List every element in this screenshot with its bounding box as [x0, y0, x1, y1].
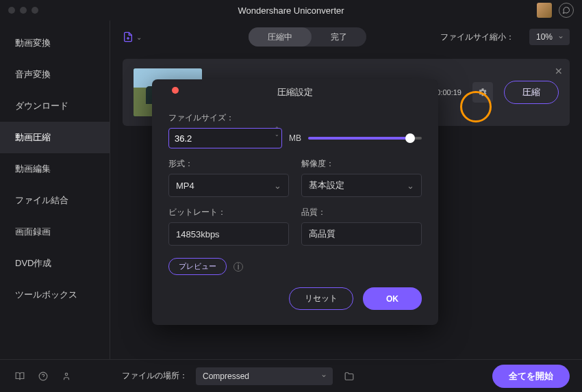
folder-icon[interactable] [344, 371, 355, 381]
sidebar-item-label: DVD作成 [15, 258, 51, 268]
feedback-icon[interactable] [559, 3, 574, 18]
resolution-select[interactable]: 基本設定 [301, 174, 422, 197]
info-icon[interactable]: i [233, 262, 243, 272]
sidebar-item-label: ダウンロード [15, 101, 68, 111]
sidebar-item-label: 動画圧縮 [15, 132, 51, 142]
sidebar-item-dvd[interactable]: DVD作成 [0, 248, 110, 279]
sidebar-item-file-merge[interactable]: ファイル結合 [0, 185, 110, 216]
location-select[interactable]: Compressed [196, 367, 333, 385]
sidebar-item-video-compress[interactable]: 動画圧縮 [0, 122, 110, 153]
shrink-label: ファイルサイ縮小： [440, 31, 514, 43]
titlebar: Wondershare Uniconverter [0, 0, 582, 21]
add-file-button[interactable]: ⌄ [123, 31, 142, 43]
svg-point-1 [65, 373, 68, 376]
sidebar: 動画変換 音声変換 ダウンロード 動画圧縮 動画編集 ファイル結合 画面録画 D… [0, 21, 110, 392]
status-tabs: 圧縮中 完了 [249, 27, 366, 47]
filesize-label: ファイルサイズ： [168, 112, 422, 124]
quality-field: 高品質 [301, 222, 422, 246]
sidebar-item-toolbox[interactable]: ツールボックス [0, 279, 110, 311]
ok-button[interactable]: OK [363, 287, 422, 310]
slider-thumb[interactable] [405, 133, 415, 143]
sidebar-item-screen-record[interactable]: 画面録画 [0, 216, 110, 248]
sidebar-item-label: 画面録画 [15, 226, 51, 237]
sidebar-item-label: ツールボックス [15, 289, 77, 300]
sidebar-item-label: 音声変換 [15, 69, 51, 79]
sidebar-item-label: 動画変換 [15, 38, 51, 48]
compress-button[interactable]: 圧縮 [504, 81, 559, 104]
zoom-dot[interactable] [31, 7, 38, 14]
tab-compressing[interactable]: 圧縮中 [249, 27, 312, 47]
close-dot[interactable] [8, 7, 15, 14]
sidebar-item-video-convert[interactable]: 動画変換 [0, 27, 110, 59]
resolution-label: 解像度： [301, 158, 422, 170]
sidebar-item-label: 動画編集 [15, 164, 51, 174]
sidebar-item-video-edit[interactable]: 動画編集 [0, 153, 110, 185]
location-label: ファイルの場所： [122, 370, 188, 382]
format-select[interactable]: MP4 [168, 174, 289, 197]
reset-button[interactable]: リセット [289, 287, 353, 310]
quality-label: 品質： [301, 207, 422, 218]
bitrate-label: ビットレート： [168, 207, 289, 218]
chevron-down-icon: ⌄ [136, 34, 142, 41]
help-icon[interactable] [38, 371, 48, 381]
sidebar-item-download[interactable]: ダウンロード [0, 90, 110, 122]
filesize-unit: MB [289, 133, 301, 143]
settings-button[interactable] [472, 82, 493, 103]
modal-close-dot[interactable] [172, 87, 179, 94]
bitrate-field: 14853kbps [168, 222, 289, 246]
account-icon[interactable] [62, 371, 71, 381]
window-controls[interactable] [8, 7, 38, 14]
sidebar-item-label: ファイル結合 [15, 195, 68, 205]
modal-title: 圧縮設定 [168, 79, 422, 103]
filesize-slider[interactable] [308, 137, 422, 140]
app-title: Wondershare Uniconverter [0, 5, 582, 16]
footer: ファイルの場所： Compressed 全てを開始 [110, 359, 582, 392]
preview-button[interactable]: プレビュー [168, 258, 227, 275]
shrink-select[interactable]: 10% [529, 29, 570, 45]
tab-done[interactable]: 完了 [312, 27, 366, 47]
minimize-dot[interactable] [20, 7, 27, 14]
start-all-button[interactable]: 全てを開始 [492, 365, 570, 388]
compress-settings-modal: 圧縮設定 ファイルサイズ： MB 形式： MP4 解像度： 基本設定 ビットレー… [152, 79, 438, 325]
topbar: ⌄ 圧縮中 完了 ファイルサイ縮小： 10% [110, 21, 582, 53]
close-icon[interactable]: ✕ [555, 66, 563, 77]
format-label: 形式： [168, 158, 289, 170]
book-icon[interactable] [15, 371, 25, 381]
avatar[interactable] [537, 3, 552, 18]
filesize-input[interactable] [168, 128, 282, 148]
sidebar-item-audio-convert[interactable]: 音声変換 [0, 59, 110, 90]
